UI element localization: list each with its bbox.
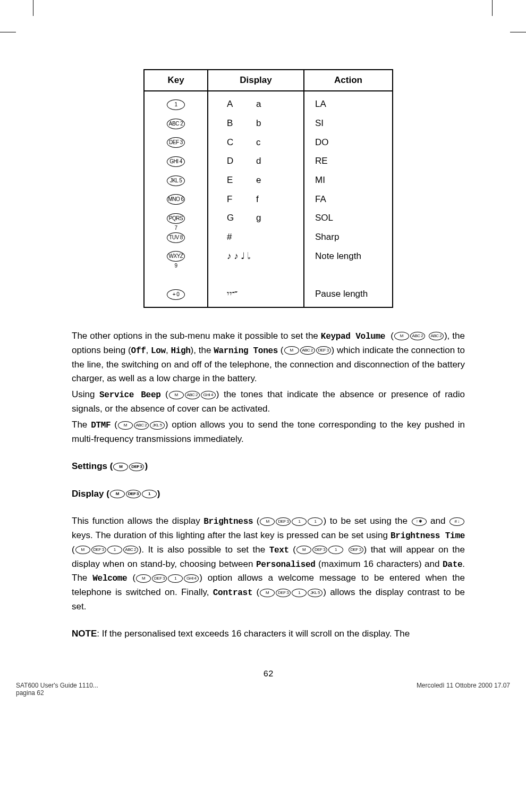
key-def3-icon: DEF 3 (312, 546, 327, 554)
high-label: High (171, 346, 190, 356)
keypad-volume-label: Keypad Volume (321, 332, 385, 341)
key-abc2-icon: ABC 2 (123, 546, 138, 554)
key-m-icon: M (110, 490, 125, 498)
key-m-icon: M (118, 421, 133, 430)
footer: SAT600 User's Guide 1110... pagina 62 Me… (16, 682, 510, 697)
key-abc2-icon: ABC 2 (410, 332, 425, 340)
page-content: Key Display Action 1 ABC 2 DEF 3 GHI 4 J… (0, 0, 526, 713)
key-1-icon: 1 (308, 517, 323, 526)
key-hash-icon: # ↓ (449, 517, 464, 526)
key-jkl5-icon: JKL 5 (308, 589, 323, 597)
key-1-icon: 1 (168, 574, 183, 583)
display-heading: Display (MDEF 31) (72, 487, 465, 501)
note-text: : If the personalised text exceeds 16 ch… (97, 629, 410, 639)
disp-upper: E (227, 171, 256, 190)
disp-upper: # (227, 228, 256, 247)
key-def3-icon: DEF 3 (152, 574, 167, 583)
keycap-7: PQRS 7 (167, 213, 185, 224)
page-number: 62 (72, 668, 465, 681)
action-cell: SOL (315, 213, 333, 223)
action-cell: Pause length (315, 289, 368, 299)
disp-lower: c (256, 137, 261, 147)
table-row: 1 ABC 2 DEF 3 GHI 4 JKL 5 MNO 6 PQRS 7 T… (144, 91, 393, 307)
key-def3-icon: DEF 3 (126, 490, 141, 498)
key-abc2-icon: ABC 2 (185, 391, 200, 399)
text: ), the (191, 345, 214, 355)
welcome-label: Welcome (92, 574, 127, 583)
key-1-icon: 1 (107, 546, 122, 554)
text-label: Text (269, 546, 289, 555)
action-cell: FA (315, 194, 326, 204)
action-cell: LA (315, 99, 326, 109)
keycap-8: TUV 8 (167, 232, 185, 243)
key-1-icon: 1 (142, 490, 157, 498)
low-label: Low (151, 346, 166, 356)
keypad-table: Key Display Action 1 ABC 2 DEF 3 GHI 4 J… (143, 69, 393, 308)
settings-heading: Settings (MDEF 3) (72, 459, 465, 473)
keycap-6: MNO 6 (167, 194, 185, 205)
disp-upper: G (227, 208, 256, 228)
disp-lower: g (256, 213, 261, 223)
dtmf-label: DTMF (91, 421, 111, 430)
key-1-icon: 1 (292, 517, 307, 526)
text: Using (72, 389, 99, 399)
warning-tones-label: Warning Tones (214, 346, 278, 356)
th-key: Key (144, 70, 208, 91)
keycap-5: JKL 5 (167, 175, 185, 186)
brightness-label: Brightness (203, 517, 253, 526)
disp-upper: F (227, 190, 256, 209)
disp-upper: B (227, 114, 256, 133)
key-jkl5-icon: JKL 5 (150, 421, 165, 430)
key-m-icon: M (296, 546, 311, 554)
keycap-1: 1 (167, 99, 185, 110)
disp-lower: d (256, 156, 261, 166)
key-def3-icon: DEF 3 (276, 589, 291, 597)
key-m-icon: M (284, 346, 299, 355)
key-def3-icon: DEF 3 (129, 463, 144, 471)
key-ghi4-icon: GHI 4 (201, 391, 216, 399)
settings-label: Settings ( (72, 461, 113, 471)
key-ghi4-icon: GHI 4 (184, 574, 199, 583)
key-m-icon: M (75, 546, 90, 554)
footer-page-ref: pagina 62 (16, 689, 98, 697)
key-def3-icon: DEF 3 (316, 346, 331, 355)
brightness-time-label: Brightness Time (391, 531, 465, 541)
action-cell: DO (315, 137, 329, 147)
key-1-icon: 1 (328, 546, 343, 554)
key-def3-icon: DEF 3 (349, 546, 363, 554)
text: ) to be set using the (323, 516, 411, 526)
text: and (427, 516, 449, 526)
keycap-4: GHI 4 (167, 156, 185, 167)
display-label: Display ( (72, 489, 109, 499)
key-m-icon: M (169, 391, 184, 399)
action-cell: RE (315, 156, 328, 166)
note-label: NOTE (72, 629, 97, 639)
keycap-9: WXYZ 9 (167, 251, 185, 262)
service-beep-label: Service Beep (99, 390, 160, 400)
off-label: Off (131, 346, 146, 356)
key-abc2-icon: ABC 2 (429, 332, 444, 340)
paragraph-1: The other options in the sub-menu make i… (72, 329, 465, 447)
disp-lower: f (256, 194, 259, 204)
action-cell: MI (315, 175, 325, 185)
key-abc2-icon: ABC 2 (134, 421, 149, 430)
note-paragraph: NOTE: If the personalised text exceeds 1… (72, 627, 465, 641)
action-cell: Sharp (315, 232, 339, 242)
disp-lower: b (256, 118, 261, 128)
key-m-icon: M (260, 517, 275, 526)
text: (maximum 16 characters) and (316, 559, 443, 569)
disp-upper: A (227, 95, 256, 114)
paragraph-2: This function allows the display Brightn… (72, 514, 465, 614)
action-cell: Note length (315, 251, 361, 261)
text: keys. The duration of this lighting afte… (72, 530, 391, 540)
keycap-0: + 0 (167, 289, 185, 300)
text: The (72, 420, 91, 430)
table-header-row: Key Display Action (144, 70, 393, 91)
date-label: Date (443, 560, 462, 570)
key-m-icon: M (260, 589, 275, 597)
key-def3-icon: DEF 3 (276, 517, 291, 526)
keycap-2: ABC 2 (167, 119, 185, 129)
keycap-3: DEF 3 (167, 137, 185, 148)
disp-upper: D (227, 152, 256, 171)
key-m-icon: M (394, 332, 409, 340)
